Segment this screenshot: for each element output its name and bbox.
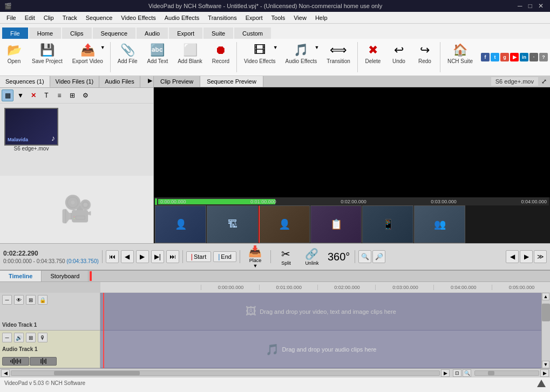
add-blank-button[interactable]: ⬜ Add Blank — [174, 42, 206, 72]
menu-edit[interactable]: Edit — [21, 13, 39, 22]
track-eye-btn[interactable]: 👁 — [14, 295, 24, 305]
tab-timeline[interactable]: Timeline — [0, 271, 42, 281]
redo-button[interactable]: ↪ Redo — [413, 42, 437, 72]
h-scroll-thumb[interactable] — [54, 371, 140, 375]
more-options-btn[interactable]: ≫ — [534, 250, 547, 263]
menu-sequence[interactable]: Sequence — [82, 13, 117, 22]
audio-track-speaker-btn[interactable]: 🔊 — [14, 333, 24, 342]
tab-home[interactable]: Home — [29, 27, 61, 39]
film-frame-3[interactable]: 👤 — [259, 205, 310, 243]
film-frame-1[interactable]: 👤 — [155, 205, 206, 243]
go-to-end-button[interactable]: ⏭ — [166, 250, 179, 263]
media-thumb-s6[interactable]: ★ Malavida ♪ S6 edge+.mov — [4, 108, 58, 152]
set-end-button[interactable]: | End — [213, 251, 236, 262]
open-button[interactable]: 📂 Open — [2, 42, 26, 72]
menu-view[interactable]: View — [289, 13, 311, 22]
preview-tab-sequence[interactable]: Sequence Preview — [200, 76, 263, 87]
video-effects-button[interactable]: 🎞 Video Effects ▼ — [240, 42, 280, 72]
zoom-out-button[interactable]: 🔍 — [358, 250, 371, 263]
add-file-button[interactable]: 📎 Add File — [114, 42, 141, 72]
menu-help[interactable]: Help — [311, 13, 332, 22]
nch-suite-button[interactable]: 🏠 NCH Suite — [444, 42, 477, 72]
minimize-button[interactable]: ─ — [515, 2, 525, 10]
track-lock-btn[interactable]: 🔒 — [38, 295, 47, 305]
undo-button[interactable]: ↩ Undo — [387, 42, 411, 72]
panel-delete-btn[interactable]: ✕ — [28, 90, 39, 101]
menu-video-effects[interactable]: Video Effects — [117, 13, 160, 22]
play-button[interactable]: ▶ — [136, 250, 149, 263]
h-scroll-zoom-fit[interactable]: ⊡ — [453, 369, 461, 377]
track-minus-btn[interactable]: ─ — [2, 295, 12, 305]
film-frame-2[interactable]: 🏗 — [207, 205, 258, 243]
menu-export[interactable]: Export — [241, 13, 267, 22]
360-button[interactable]: 360° — [326, 244, 351, 270]
panel-down-btn[interactable]: ▼ — [15, 90, 26, 101]
h-scroll-search[interactable]: 🔍 — [463, 369, 471, 377]
h-scroll-left-btn[interactable]: ◀ — [1, 369, 10, 377]
panel-tab-video-files[interactable]: Video Files (1) — [50, 76, 100, 87]
panel-view-btn[interactable]: ▦ — [2, 90, 13, 101]
scroll-up-btn[interactable]: ▲ — [542, 293, 549, 300]
tab-sequence[interactable]: Sequence — [93, 27, 136, 39]
track-group-btn[interactable]: ⊞ — [26, 295, 36, 305]
tab-storyboard[interactable]: Storyboard — [42, 271, 89, 281]
h-scroll-end-btn[interactable]: ▶ — [540, 369, 549, 377]
menu-file[interactable]: File — [2, 13, 21, 22]
maximize-button[interactable]: □ — [526, 2, 534, 10]
zoom-slider-thumb[interactable] — [488, 371, 494, 375]
scroll-down-btn[interactable]: ▼ — [542, 361, 549, 368]
tab-file[interactable]: File — [2, 27, 28, 39]
scroll-left-btn[interactable]: ◀ — [506, 250, 519, 263]
tab-audio[interactable]: Audio — [137, 27, 168, 39]
unlink-button[interactable]: 🔗 Unlink — [300, 244, 324, 270]
zoom-in-button[interactable]: 🔎 — [372, 250, 385, 263]
menu-tools[interactable]: Tools — [267, 13, 290, 22]
close-button[interactable]: ✕ — [536, 2, 546, 10]
go-to-start-button[interactable]: ⏮ — [106, 250, 119, 263]
step-forward-button[interactable]: ▶| — [151, 250, 164, 263]
panel-expand-btn[interactable]: ▶ — [147, 76, 153, 87]
audio-track-minus-btn[interactable]: ─ — [2, 333, 12, 342]
scroll-right-btn[interactable]: ▶ — [520, 250, 533, 263]
split-button[interactable]: ✂ Split — [274, 244, 298, 270]
tab-export[interactable]: Export — [169, 27, 202, 39]
add-text-button[interactable]: 🔤 Add Text — [143, 42, 172, 72]
preview-tab-clip[interactable]: Clip Preview — [154, 76, 200, 87]
tab-custom[interactable]: Custom — [234, 27, 271, 39]
panel-tab-audio-files[interactable]: Audio Files — [99, 76, 140, 87]
panel-settings-btn[interactable]: ⚙ — [79, 90, 91, 101]
place-button[interactable]: 📥 Place ▼ — [243, 244, 267, 270]
save-project-button[interactable]: 💾 Save Project — [28, 42, 66, 72]
audio-track-mic-btn[interactable]: 🎙 — [38, 333, 47, 342]
film-frame-6[interactable]: 👥 — [414, 205, 465, 243]
audio-track-lane[interactable]: 🎵 Drag and drop your audio clips here — [100, 331, 541, 368]
panel-list-btn[interactable]: ≡ — [53, 90, 65, 101]
social-extra-icon[interactable]: · — [529, 53, 538, 61]
menu-clip[interactable]: Clip — [39, 13, 58, 22]
panel-thumb-btn[interactable]: ⊞ — [66, 90, 78, 101]
audio-track-group-btn[interactable]: ⊞ — [26, 333, 36, 342]
panel-rename-btn[interactable]: T — [40, 90, 52, 101]
step-back-button[interactable]: ◀ — [121, 250, 134, 263]
h-scroll-right-btn[interactable]: ▶ — [441, 369, 450, 377]
menu-track[interactable]: Track — [58, 13, 82, 22]
tab-clips[interactable]: Clips — [62, 27, 91, 39]
preview-expand-btn[interactable]: ⤢ — [538, 77, 550, 86]
audio-effects-button[interactable]: 🎵 Audio Effects ▼ — [282, 42, 321, 72]
tab-suite[interactable]: Suite — [203, 27, 233, 39]
status-arrow-up[interactable] — [537, 380, 546, 387]
delete-button[interactable]: ✖ Delete — [361, 42, 385, 72]
twitter-icon[interactable]: t — [491, 53, 499, 61]
export-video-button[interactable]: 📤 Export Video ▼ — [69, 42, 107, 72]
menu-transitions[interactable]: Transitions — [203, 13, 241, 22]
record-button[interactable]: ⏺ Record — [208, 42, 233, 72]
help-icon[interactable]: ? — [539, 53, 548, 61]
film-frame-4[interactable]: 📋 — [310, 205, 362, 243]
youtube-icon[interactable]: ▶ — [510, 53, 519, 61]
video-track-lane[interactable]: 🖼 Drag and drop your video, text and ima… — [100, 293, 541, 331]
facebook-icon[interactable]: f — [481, 53, 490, 61]
googleplus-icon[interactable]: g — [500, 53, 509, 61]
set-start-button[interactable]: | Start — [186, 251, 211, 262]
scroll-thumb-v[interactable] — [542, 304, 550, 322]
film-frame-5[interactable]: 📱 — [362, 205, 413, 243]
